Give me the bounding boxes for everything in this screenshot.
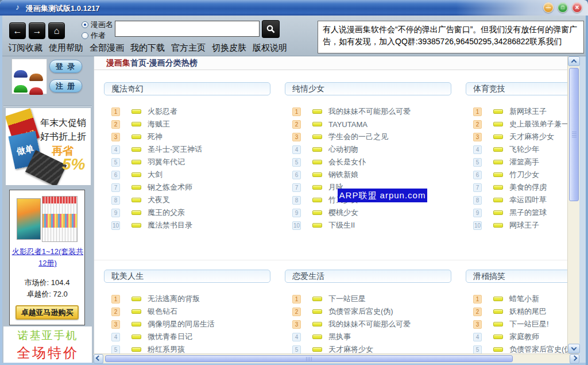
manga-list-item[interactable]: 7钢之炼金术师: [104, 181, 270, 194]
manga-list-item[interactable]: 9黑子的篮球: [466, 206, 567, 219]
search-button[interactable]: [262, 20, 280, 38]
manga-list-item[interactable]: 2史上最强弟子兼一: [466, 118, 567, 130]
manga-title-link[interactable]: 蜡笔小新: [509, 294, 539, 304]
forward-button[interactable]: →: [29, 22, 45, 39]
home-button[interactable]: ⌂: [48, 22, 65, 39]
maximize-button[interactable]: □: [558, 2, 568, 13]
manga-list-item[interactable]: 6竹刀少女: [466, 168, 567, 181]
scroll-right-button[interactable]: [570, 354, 579, 364]
manga-list-item[interactable]: 4圣斗士-冥王神话: [104, 143, 270, 156]
book-sale-ad[interactable]: 黄帝内经 做单 年末大促销 好书折上折 再省 5%: [6, 108, 91, 185]
manga-title-link[interactable]: 魔法禁书目录: [148, 220, 192, 230]
manga-list-item[interactable]: 6大剑: [104, 168, 270, 181]
scroll-up-button[interactable]: [568, 56, 580, 66]
scroll-left-button[interactable]: [94, 354, 103, 364]
manga-title-link[interactable]: 钢之炼金术师: [148, 182, 192, 193]
manga-list-item[interactable]: 1蜡笔小新: [466, 293, 567, 305]
manga-list-item[interactable]: 5负债管家后宫史(伪): [466, 343, 567, 354]
login-button[interactable]: 登 录: [49, 60, 82, 73]
manga-list-item[interactable]: 8犬夜叉: [104, 194, 270, 206]
manga-list-item[interactable]: 3死神: [104, 130, 270, 143]
manga-list-item[interactable]: 3学生会的一己之见: [285, 130, 451, 143]
manga-title-link[interactable]: 飞轮少年: [509, 144, 539, 155]
manga-list-item[interactable]: 7美食的俘虏: [466, 181, 567, 194]
manga-list-item[interactable]: 4微忧青春日记: [104, 331, 270, 343]
manga-title-link[interactable]: 下级生II: [328, 220, 355, 230]
menu-item-4[interactable]: 我的下载: [130, 43, 165, 53]
menu-item-3[interactable]: 全部漫画: [90, 43, 124, 53]
manga-title-link[interactable]: 网球王子: [509, 220, 539, 230]
manga-list-item[interactable]: 2负债管家后宫史(伪): [285, 305, 451, 318]
manga-title-link[interactable]: 妖精的尾巴: [509, 306, 547, 317]
manga-title-link[interactable]: 新网球王子: [509, 106, 547, 117]
scroll-down-button[interactable]: [568, 344, 580, 354]
manga-title-link[interactable]: 钢铁新娘: [328, 170, 358, 180]
manga-list-item[interactable]: 3下一站巨星!: [466, 318, 567, 331]
vertical-scrollbar[interactable]: [567, 56, 579, 354]
manga-list-item[interactable]: 9樱桃少女: [285, 206, 451, 219]
manga-list-item[interactable]: 1无法逃离的背叛: [104, 293, 270, 305]
manga-title-link[interactable]: 会长是女仆: [328, 157, 366, 167]
manga-list-item[interactable]: 5会长是女仆: [285, 156, 451, 168]
menu-item-5[interactable]: 官方主页: [171, 43, 206, 53]
manga-title-link[interactable]: TAYUTAMA: [328, 120, 368, 129]
manga-title-link[interactable]: 幸运四叶草: [509, 195, 547, 205]
radio-author[interactable]: 作者: [82, 30, 113, 40]
manga-title-link[interactable]: 羽翼年代记: [148, 157, 185, 167]
manga-title-link[interactable]: 心动初吻: [328, 144, 358, 155]
manga-title-link[interactable]: 负债管家后宫史(伪): [509, 344, 567, 354]
manga-title-link[interactable]: 负债管家后宫史(伪): [328, 306, 393, 317]
manga-list-item[interactable]: 10魔法禁书目录: [104, 219, 270, 232]
nokia-ad[interactable]: 诺基亚手机 全场特价: [3, 326, 92, 363]
manga-title-link[interactable]: 樱桃少女: [328, 208, 358, 218]
manga-title-link[interactable]: 我的妹妹不可能那么可爱: [328, 106, 411, 117]
manga-list-item[interactable]: 1我的妹妹不可能那么可爱: [285, 105, 451, 118]
manga-title-link[interactable]: 学生会的一己之见: [328, 132, 388, 142]
manga-list-item[interactable]: 8幸运四叶草: [466, 194, 567, 206]
manga-title-link[interactable]: 美食的俘虏: [509, 182, 547, 193]
manga-title-link[interactable]: 微忧青春日记: [148, 332, 192, 342]
menu-item-2[interactable]: 使用帮助: [49, 43, 83, 53]
manga-list-item[interactable]: 5粉红系男孩: [104, 343, 270, 354]
manga-list-item[interactable]: 6钢铁新娘: [285, 168, 451, 181]
minimize-button[interactable]: —: [543, 2, 554, 13]
vertical-scrollbar-thumb[interactable]: [569, 68, 579, 201]
manga-list-item[interactable]: 2银色钻石: [104, 305, 270, 318]
manga-list-item[interactable]: 4飞轮少年: [466, 143, 567, 156]
manga-title-link[interactable]: 火影忍者: [148, 106, 177, 117]
search-input[interactable]: [115, 21, 260, 37]
manga-list-item[interactable]: 10下级生II: [285, 219, 451, 232]
manga-title-link[interactable]: 死神: [148, 132, 163, 142]
manga-list-item[interactable]: 1火影忍者: [104, 105, 270, 118]
register-button[interactable]: 注 册: [49, 79, 82, 93]
manga-list-item[interactable]: 5灌篮高手: [466, 156, 567, 168]
manga-list-item[interactable]: 4家庭教师: [466, 331, 567, 343]
titlebar[interactable]: ♪ 漫画集测试版1.0.1217 — □ ×: [0, 0, 588, 16]
manga-list-item[interactable]: 9魔王的父亲: [104, 206, 270, 219]
product-title-link[interactable]: 火影忍者1~12(套装共12册): [11, 246, 84, 269]
close-button[interactable]: ×: [572, 2, 582, 13]
manga-title-link[interactable]: 天才麻将少女: [328, 344, 373, 354]
manga-list-item[interactable]: 3偶像明星的同居生活: [104, 318, 270, 331]
manga-title-link[interactable]: 大剑: [148, 170, 163, 180]
manga-title-link[interactable]: 下一站巨星: [328, 294, 366, 304]
manga-title-link[interactable]: 我的妹妹不可能那么可爱: [328, 319, 411, 329]
manga-title-link[interactable]: 灌篮高手: [509, 157, 539, 167]
manga-title-link[interactable]: 黑执事: [328, 332, 351, 342]
radio-manga-name[interactable]: 漫画名: [82, 20, 113, 29]
manga-title-link[interactable]: 偶像明星的同居生活: [148, 319, 215, 329]
manga-title-link[interactable]: 魔王的父亲: [148, 208, 185, 218]
menu-item-6[interactable]: 切换皮肤: [212, 43, 246, 53]
manga-title-link[interactable]: 粉红系男孩: [148, 344, 185, 354]
manga-list-item[interactable]: 3天才麻将少女: [466, 130, 567, 143]
manga-title-link[interactable]: 黑子的篮球: [509, 208, 547, 218]
radio-selected-icon[interactable]: [82, 21, 88, 28]
horizontal-scrollbar-thumb[interactable]: [105, 355, 513, 362]
manga-list-item[interactable]: 2妖精的尾巴: [466, 305, 567, 318]
manga-title-link[interactable]: 圣斗士-冥王神话: [148, 144, 202, 155]
manga-title-link[interactable]: 犬夜叉: [148, 195, 170, 205]
radio-unselected-icon[interactable]: [82, 32, 88, 39]
manga-title-link[interactable]: 下一站巨星!: [509, 319, 549, 329]
manga-list-item[interactable]: 5羽翼年代记: [104, 156, 270, 168]
manga-title-link[interactable]: 竹刀少女: [509, 170, 539, 180]
